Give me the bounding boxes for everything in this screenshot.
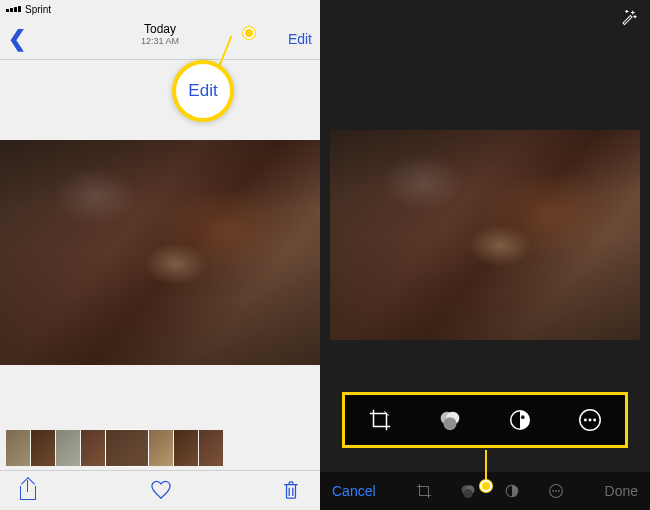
nav-subtitle: 12:31 AM [141,36,179,46]
svg-point-16 [552,490,554,492]
more-icon[interactable] [547,482,565,500]
carrier-label: Sprint [25,4,51,15]
svg-point-8 [584,419,587,422]
svg-point-17 [555,490,557,492]
annotation-line [485,450,487,482]
filters-icon[interactable] [459,482,477,500]
auto-enhance-icon[interactable] [620,8,638,26]
thumbnail[interactable] [31,430,55,466]
status-bar: Sprint [0,0,320,18]
thumbnail[interactable] [81,430,105,466]
edit-callout: Edit [172,60,234,122]
share-icon[interactable] [18,480,38,502]
svg-point-6 [521,415,525,419]
bottom-toolbar [0,470,320,510]
svg-point-2 [444,417,457,430]
edit-callout-label: Edit [188,81,217,101]
favorite-icon[interactable] [150,480,170,502]
thumbnail-strip[interactable] [6,430,314,466]
photo-edit-preview[interactable] [330,130,640,340]
photo-preview[interactable] [0,140,320,365]
svg-point-18 [558,490,560,492]
done-button[interactable]: Done [605,483,638,499]
adjust-icon[interactable] [507,407,533,433]
photo-viewer-screen: Sprint ❮ Today 12:31 AM Edit Edit [0,0,320,510]
adjust-icon[interactable] [503,482,521,500]
thumbnail[interactable] [199,430,223,466]
crop-icon[interactable] [415,482,433,500]
svg-point-10 [593,419,596,422]
cancel-button[interactable]: Cancel [332,483,376,499]
svg-point-9 [589,419,592,422]
signal-strength-icon [6,6,21,12]
annotation-dot [243,27,255,39]
nav-title-block: Today 12:31 AM [141,22,179,46]
crop-icon[interactable] [367,407,393,433]
nav-title: Today [141,22,179,36]
filters-icon[interactable] [437,407,463,433]
nav-bar: ❮ Today 12:31 AM Edit [0,18,320,60]
trash-icon[interactable] [282,480,302,502]
photo-edit-screen: Cancel Done [320,0,650,510]
thumbnail[interactable] [174,430,198,466]
thumbnail[interactable] [6,430,30,466]
thumbnail[interactable] [149,430,173,466]
more-icon[interactable] [577,407,603,433]
annotation-dot [480,480,492,492]
back-button[interactable]: ❮ [8,26,26,52]
edit-button[interactable]: Edit [288,31,312,47]
thumbnail-selected[interactable] [106,430,148,466]
svg-point-13 [464,489,473,498]
tools-callout [342,392,628,448]
thumbnail[interactable] [56,430,80,466]
